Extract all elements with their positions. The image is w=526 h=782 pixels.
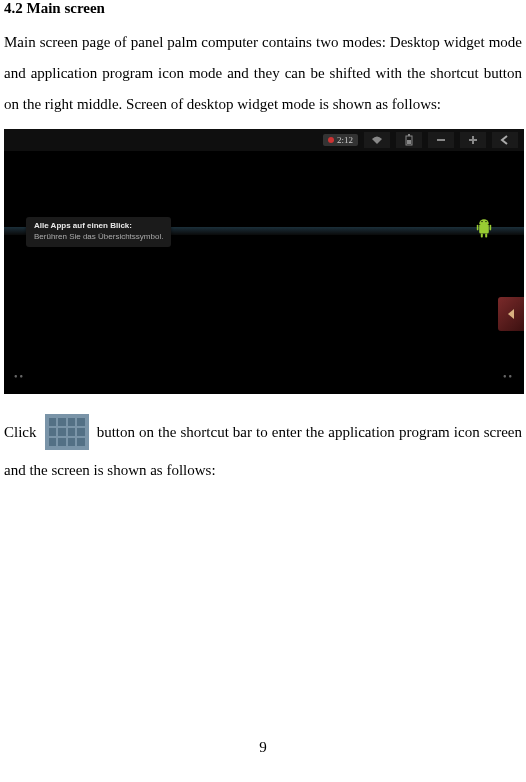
desktop-widget-mode-screenshot: 2:12 Alle Apps auf einen Blick: Berühren… — [4, 129, 524, 394]
svg-rect-1 — [408, 134, 410, 136]
page-number: 9 — [4, 739, 522, 756]
android-robot-icon — [476, 217, 492, 239]
svg-rect-2 — [407, 140, 411, 144]
bottom-left-dots: •• — [14, 367, 25, 384]
mode-switch-tab — [498, 297, 524, 331]
volume-down-icon — [428, 132, 454, 148]
battery-icon — [396, 132, 422, 148]
record-indicator-icon — [328, 137, 334, 143]
svg-point-12 — [485, 221, 486, 222]
svg-rect-7 — [477, 225, 479, 231]
svg-rect-9 — [481, 234, 483, 238]
svg-rect-3 — [437, 139, 445, 141]
back-icon — [492, 132, 518, 148]
wifi-icon — [364, 132, 390, 148]
svg-rect-8 — [490, 225, 492, 231]
volume-up-icon — [460, 132, 486, 148]
status-time: 2:12 — [337, 135, 353, 145]
svg-rect-6 — [479, 224, 489, 234]
svg-point-11 — [481, 221, 482, 222]
status-time-chip: 2:12 — [323, 134, 358, 146]
section-heading: 4.2 Main screen — [4, 0, 522, 17]
hint-bubble: Alle Apps auf einen Blick: Berühren Sie … — [26, 217, 171, 247]
status-bar: 2:12 — [4, 129, 524, 151]
click-text-before: Click — [4, 424, 41, 440]
bottom-right-dots: •• — [503, 367, 514, 384]
hint-title: Alle Apps auf einen Blick: — [34, 221, 163, 232]
svg-rect-10 — [485, 234, 487, 238]
intro-paragraph: Main screen page of panel palm computer … — [4, 27, 522, 119]
click-instruction: Click button on the shortcut bar to ente… — [4, 412, 522, 487]
hint-subtitle: Berühren Sie das Übersichtssymbol. — [34, 232, 163, 243]
app-grid-icon — [45, 414, 89, 450]
svg-rect-5 — [472, 136, 474, 144]
